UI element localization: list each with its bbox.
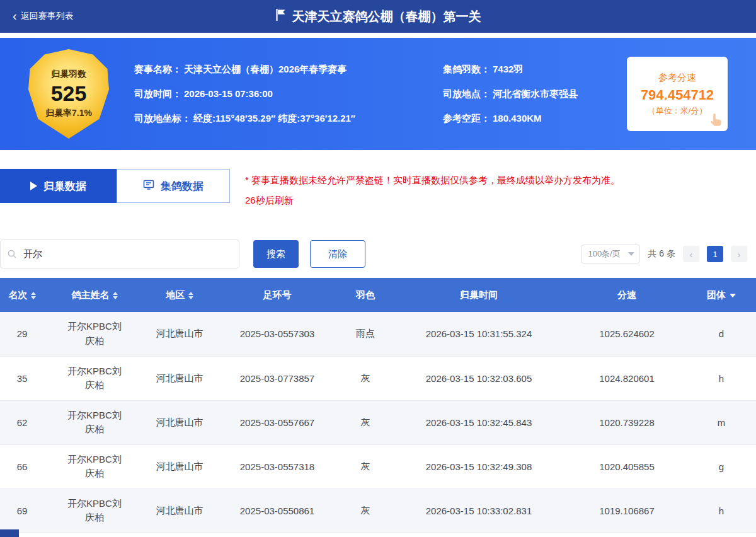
table-row[interactable]: 66开尔KPBC刘庆柏河北唐山市2025-03-0557318灰2026-03-… [0, 444, 756, 488]
column-label: 团体 [707, 289, 726, 300]
table-cell: 1019.106867 [567, 488, 687, 533]
tab-label: 集鸽数据 [161, 179, 203, 193]
homing-count-badge: 归巢羽数 525 归巢率7.1% [28, 49, 109, 139]
badge-rate-label: 归巢率7.1% [45, 108, 92, 119]
badge-count: 525 [51, 81, 87, 106]
table-cell: 62 [0, 400, 44, 444]
sort-icon[interactable] [31, 292, 36, 299]
sort-icon[interactable] [113, 292, 118, 299]
table-cell: 开尔KPBC刘庆柏 [44, 400, 145, 444]
table-row[interactable]: 62开尔KPBC刘庆柏河北唐山市2025-03-0557667灰2026-03-… [0, 400, 756, 444]
column-label: 地区 [166, 289, 185, 300]
table-cell: d [687, 312, 756, 356]
back-chevron-icon: ‹ [13, 9, 17, 22]
table-cell: 河北唐山市 [145, 356, 214, 400]
tab-homing-data[interactable]: 归巢数据 [0, 169, 117, 203]
column-label: 分速 [617, 289, 636, 300]
table-cell: 灰 [340, 400, 391, 444]
filter-caret-icon[interactable] [730, 294, 736, 297]
column-header[interactable]: 团体 [687, 278, 756, 312]
column-label: 鸽主姓名 [72, 289, 110, 300]
release-place-row: 司放地点： 河北省衡水市枣强县 [443, 88, 578, 100]
chevron-down-icon [628, 252, 634, 256]
field-value: 天津天立公棚（春棚）2026年春季赛事 [184, 64, 346, 76]
back-link-label: 返回赛事列表 [21, 11, 74, 22]
field-label: 赛事名称： [134, 64, 181, 76]
play-icon [30, 182, 37, 190]
gathered-count-row: 集鸽羽数： 7432羽 [443, 64, 578, 76]
table-row[interactable]: 69开尔KPBC刘庆柏河北唐山市2025-03-0550861灰2026-03-… [0, 488, 756, 533]
search-input[interactable] [0, 240, 239, 268]
reference-speed-card: 参考分速 794.454712 （单位：米/分） [627, 57, 728, 131]
table-cell: h [687, 488, 756, 533]
tab-label: 归巢数据 [43, 179, 86, 193]
table-cell: 开尔KPBC刘庆柏 [44, 488, 145, 533]
event-name-row: 赛事名称： 天津天立公棚（春棚）2026年春季赛事 [134, 64, 430, 76]
reference-distance-row: 参考空距： 180.430KM [443, 113, 578, 125]
table-cell: m [687, 400, 756, 444]
table-cell: 2025-03-0557303 [214, 312, 340, 356]
page-size-value: 100条/页 [588, 248, 620, 260]
speed-card-unit: （单位：米/分） [648, 105, 707, 117]
table-cell: 1025.624602 [567, 312, 687, 356]
column-label: 名次 [9, 289, 28, 300]
field-label: 参考空距： [443, 113, 490, 125]
total-count-text: 共 6 条 [648, 248, 675, 260]
table-cell: 2025-03-0557318 [214, 444, 340, 488]
field-value: 2026-03-15 07:36:00 [184, 88, 273, 100]
page-size-select[interactable]: 100条/页 [581, 245, 640, 263]
column-header[interactable]: 鸽主姓名 [44, 278, 145, 312]
table-cell: 开尔KPBC刘庆柏 [44, 444, 145, 488]
table-cell: 2026-03-15 10:32:49.308 [391, 444, 567, 488]
field-value: 经度:115°48′35.29″ 纬度:37°36′12.21″ [193, 113, 355, 125]
table-row[interactable]: 29开尔KPBC刘庆柏河北唐山市2025-03-0557303雨点2026-03… [0, 312, 756, 356]
disclaimer-text: * 赛事直播数据未经允许严禁盗链！实时直播数据仅供参考，最终成绩以举办方发布为准… [245, 175, 620, 187]
column-label: 羽色 [356, 289, 375, 300]
table-cell: 灰 [340, 356, 391, 400]
field-label: 司放地点： [443, 88, 490, 100]
current-page-button[interactable]: 1 [707, 246, 723, 262]
table-cell: 66 [0, 444, 44, 488]
table-cell: 开尔KPBC刘庆柏 [44, 356, 145, 400]
table-cell: 2026-03-15 10:32:45.843 [391, 400, 567, 444]
table-cell: 1020.739228 [567, 400, 687, 444]
column-header: 归巢时间 [391, 278, 567, 312]
search-button[interactable]: 搜索 [253, 240, 299, 268]
sort-icon[interactable] [188, 292, 193, 299]
table-cell: 2026-03-15 10:33:02.831 [391, 488, 567, 533]
table-cell: 灰 [340, 444, 391, 488]
table-cell: 开尔KPBC刘庆柏 [44, 312, 145, 356]
table-cell: 河北唐山市 [145, 488, 214, 533]
event-info-grid: 赛事名称： 天津天立公棚（春棚）2026年春季赛事 司放时间： 2026-03-… [134, 64, 578, 125]
column-header[interactable]: 名次 [0, 278, 44, 312]
page-title: 天津天立赛鸽公棚（春棚）第一关 [275, 8, 481, 25]
column-header[interactable]: 地区 [145, 278, 214, 312]
table-row[interactable]: 35开尔KPBC刘庆柏河北唐山市2025-03-0773857灰2026-03-… [0, 356, 756, 400]
table-cell: 灰 [340, 488, 391, 533]
field-value: 180.430KM [493, 113, 542, 125]
column-label: 归巢时间 [460, 289, 498, 300]
table-body: 29开尔KPBC刘庆柏河北唐山市2025-03-0557303雨点2026-03… [0, 312, 756, 533]
table-cell: 雨点 [340, 312, 391, 356]
table-header-row: 名次鸽主姓名地区足环号羽色归巢时间分速团体 [0, 278, 756, 312]
field-label: 集鸽羽数： [443, 64, 490, 76]
search-icon [7, 249, 17, 262]
table-cell: 2026-03-15 10:32:03.605 [391, 356, 567, 400]
tab-gathering-data[interactable]: 集鸽数据 [117, 169, 230, 203]
event-summary-header: 归巢羽数 525 归巢率7.1% 赛事名称： 天津天立公棚（春棚）2026年春季… [0, 38, 756, 150]
gathering-data-icon [143, 179, 154, 193]
speed-card-value: 794.454712 [641, 87, 714, 103]
column-header: 足环号 [214, 278, 340, 312]
table-cell: 1024.820601 [567, 356, 687, 400]
table-header: 名次鸽主姓名地区足环号羽色归巢时间分速团体 [0, 278, 756, 312]
speed-card-title: 参考分速 [658, 72, 696, 84]
table-cell: 2025-03-0550861 [214, 488, 340, 533]
field-label: 司放时间： [134, 88, 181, 100]
back-to-events-link[interactable]: ‹ 返回赛事列表 [13, 11, 74, 22]
table-cell: 69 [0, 488, 44, 533]
refresh-countdown: 26秒后刷新 [245, 195, 620, 207]
clear-button[interactable]: 清除 [310, 240, 365, 268]
next-page-button[interactable]: › [731, 246, 747, 262]
table-cell: 2025-03-0773857 [214, 356, 340, 400]
prev-page-button[interactable]: ‹ [683, 246, 699, 262]
